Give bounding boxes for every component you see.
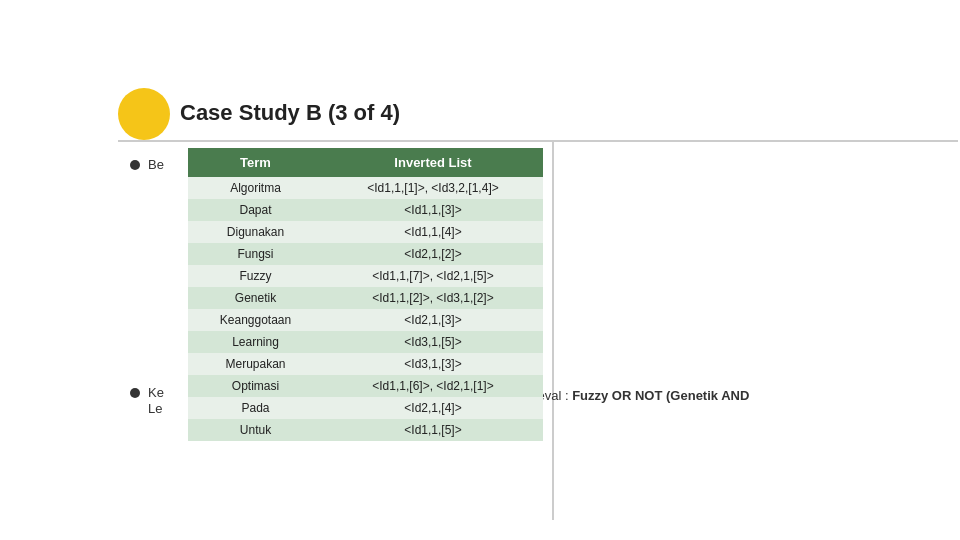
inverted-cell: <Id2,1,[3]> — [323, 309, 543, 331]
term-cell: Genetik — [188, 287, 323, 309]
term-cell: Pada — [188, 397, 323, 419]
inverted-cell: <Id3,1,[5]> — [323, 331, 543, 353]
bullet-point-1 — [130, 160, 140, 170]
table-row: Genetik<Id1,1,[2]>, <Id3,1,[2]> — [188, 287, 543, 309]
retrieval-query: Fuzzy OR NOT (Genetik AND — [572, 388, 749, 403]
table-row: Digunakan<Id1,1,[4]> — [188, 221, 543, 243]
term-cell: Digunakan — [188, 221, 323, 243]
inverted-cell: <Id1,1,[3]> — [323, 199, 543, 221]
bullet1-text: Be — [148, 157, 164, 172]
yellow-circle-decoration — [118, 88, 170, 140]
retrieval-text: Retrieval : Fuzzy OR NOT (Genetik AND — [510, 388, 749, 403]
inverted-cell: <Id1,1,[7]>, <Id2,1,[5]> — [323, 265, 543, 287]
table-row: Fungsi<Id2,1,[2]> — [188, 243, 543, 265]
col-term-header: Term — [188, 148, 323, 177]
bullet2-text2: Le — [148, 401, 162, 416]
bullet-point-2 — [130, 388, 140, 398]
page: Case Study B (3 of 4) Be Ke Le Retrieval… — [0, 0, 960, 540]
table: Term Inverted List Algoritma<Id1,1,[1]>,… — [188, 148, 543, 441]
table-body: Algoritma<Id1,1,[1]>, <Id3,2,[1,4]>Dapat… — [188, 177, 543, 441]
inverted-cell: <Id1,1,[4]> — [323, 221, 543, 243]
table-header: Term Inverted List — [188, 148, 543, 177]
header-row: Term Inverted List — [188, 148, 543, 177]
term-cell: Dapat — [188, 199, 323, 221]
table-row: Algoritma<Id1,1,[1]>, <Id3,2,[1,4]> — [188, 177, 543, 199]
term-cell: Untuk — [188, 419, 323, 441]
inverted-list-table: Term Inverted List Algoritma<Id1,1,[1]>,… — [188, 148, 543, 441]
horizontal-divider — [118, 140, 958, 142]
inverted-cell: <Id1,1,[6]>, <Id2,1,[1]> — [323, 375, 543, 397]
table-row: Dapat<Id1,1,[3]> — [188, 199, 543, 221]
inverted-cell: <Id1,1,[5]> — [323, 419, 543, 441]
term-cell: Optimasi — [188, 375, 323, 397]
bullet2-text: Ke — [148, 385, 164, 400]
term-cell: Merupakan — [188, 353, 323, 375]
table-row: Learning<Id3,1,[5]> — [188, 331, 543, 353]
inverted-cell: <Id2,1,[2]> — [323, 243, 543, 265]
table-row: Pada<Id2,1,[4]> — [188, 397, 543, 419]
inverted-cell: <Id2,1,[4]> — [323, 397, 543, 419]
vertical-divider — [552, 140, 554, 520]
inverted-cell: <Id1,1,[2]>, <Id3,1,[2]> — [323, 287, 543, 309]
term-cell: Fungsi — [188, 243, 323, 265]
table-row: Optimasi<Id1,1,[6]>, <Id2,1,[1]> — [188, 375, 543, 397]
page-title: Case Study B (3 of 4) — [180, 100, 400, 126]
term-cell: Fuzzy — [188, 265, 323, 287]
inverted-cell: <Id1,1,[1]>, <Id3,2,[1,4]> — [323, 177, 543, 199]
table-row: Untuk<Id1,1,[5]> — [188, 419, 543, 441]
term-cell: Learning — [188, 331, 323, 353]
table-row: Fuzzy<Id1,1,[7]>, <Id2,1,[5]> — [188, 265, 543, 287]
term-cell: Keanggotaan — [188, 309, 323, 331]
table-row: Merupakan<Id3,1,[3]> — [188, 353, 543, 375]
term-cell: Algoritma — [188, 177, 323, 199]
table-row: Keanggotaan<Id2,1,[3]> — [188, 309, 543, 331]
inverted-cell: <Id3,1,[3]> — [323, 353, 543, 375]
col-inverted-header: Inverted List — [323, 148, 543, 177]
